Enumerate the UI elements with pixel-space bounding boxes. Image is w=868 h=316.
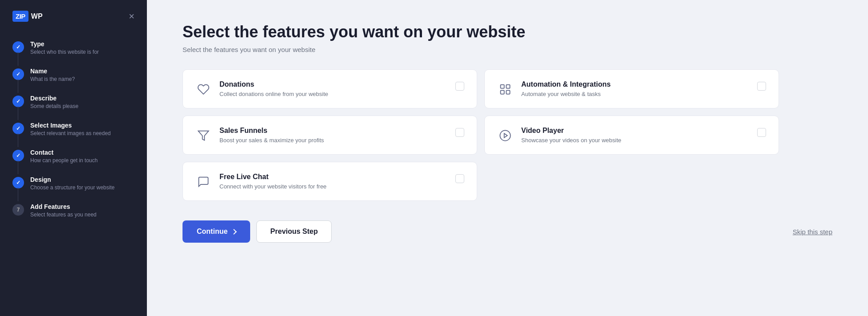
- logo-text: WP: [31, 12, 43, 20]
- step-indicator-type: ✓: [12, 41, 24, 53]
- feature-card-automation[interactable]: Automation & Integrations Automate your …: [484, 69, 779, 108]
- step-subtitle-contact: How can people get in touch: [30, 157, 97, 164]
- svg-marker-4: [198, 131, 208, 140]
- svg-rect-3: [506, 91, 510, 94]
- message-circle-icon: [195, 174, 211, 190]
- play-circle-icon: [497, 128, 513, 144]
- step-subtitle-select-images: Select relevant images as needed: [30, 130, 111, 136]
- feature-desc-donations: Collect donations online from your websi…: [219, 91, 447, 97]
- feature-text-automation: Automation & Integrations Automate your …: [521, 80, 749, 97]
- page-subtitle: Select the features you want on your web…: [183, 46, 832, 53]
- svg-rect-1: [506, 85, 510, 88]
- step-title-design: Design: [30, 176, 114, 183]
- filter-icon: [195, 128, 211, 144]
- feature-card-video-player[interactable]: Video Player Showcase your videos on you…: [484, 116, 779, 155]
- sidebar-item-contact[interactable]: ✓ Contact How can people get in touch: [12, 143, 134, 170]
- feature-text-donations: Donations Collect donations online from …: [219, 80, 447, 97]
- feature-text-free-live-chat: Free Live Chat Connect with your website…: [219, 173, 447, 190]
- logo-box: ZIP: [12, 11, 28, 22]
- main-content: Select the features you want on your web…: [147, 0, 868, 316]
- feature-checkbox-automation[interactable]: [757, 82, 766, 91]
- continue-label: Continue: [197, 228, 227, 236]
- sidebar-item-design[interactable]: ✓ Design Choose a structure for your web…: [12, 170, 134, 197]
- feature-desc-sales-funnels: Boost your sales & maximize your profits: [219, 137, 447, 144]
- feature-name-free-live-chat: Free Live Chat: [219, 173, 447, 181]
- step-subtitle-add-features: Select features as you need: [30, 212, 97, 218]
- sidebar-item-describe[interactable]: ✓ Describe Some details please: [12, 88, 134, 116]
- step-title-name: Name: [30, 68, 75, 75]
- sidebar-steps: ✓ Type Select who this website is for ✓ …: [0, 34, 147, 305]
- feature-checkbox-video-player[interactable]: [757, 128, 766, 137]
- logo: ZIP WP: [12, 11, 43, 22]
- feature-checkbox-free-live-chat[interactable]: [455, 174, 464, 183]
- step-indicator-design: ✓: [12, 177, 24, 188]
- feature-name-video-player: Video Player: [521, 127, 749, 135]
- feature-desc-video-player: Showcase your videos on your website: [521, 137, 749, 144]
- feature-text-sales-funnels: Sales Funnels Boost your sales & maximiz…: [219, 127, 447, 144]
- svg-rect-0: [501, 85, 504, 88]
- step-content-design: Design Choose a structure for your websi…: [30, 176, 114, 191]
- sidebar-header: ZIP WP ×: [0, 11, 147, 34]
- step-content-contact: Contact How can people get in touch: [30, 149, 97, 164]
- step-indicator-select-images: ✓: [12, 123, 24, 134]
- feature-name-sales-funnels: Sales Funnels: [219, 127, 447, 135]
- feature-checkbox-sales-funnels[interactable]: [455, 128, 464, 137]
- grid-icon: [497, 81, 513, 97]
- step-subtitle-name: What is the name?: [30, 76, 75, 82]
- continue-button[interactable]: Continue: [183, 220, 250, 243]
- step-indicator-contact: ✓: [12, 150, 24, 161]
- sidebar-item-select-images[interactable]: ✓ Select Images Select relevant images a…: [12, 116, 134, 143]
- step-title-contact: Contact: [30, 149, 97, 156]
- heart-icon: [195, 81, 211, 97]
- page-title: Select the features you want on your web…: [183, 22, 832, 41]
- feature-checkbox-donations[interactable]: [455, 82, 464, 91]
- svg-rect-2: [501, 91, 504, 94]
- feature-text-video-player: Video Player Showcase your videos on you…: [521, 127, 749, 144]
- step-indicator-add-features: 7: [12, 204, 24, 216]
- feature-card-donations[interactable]: Donations Collect donations online from …: [183, 69, 477, 108]
- actions-bar: Continue Previous Step Skip this step: [183, 220, 832, 243]
- feature-name-automation: Automation & Integrations: [521, 80, 749, 88]
- sidebar-item-add-features[interactable]: 7 Add Features Select features as you ne…: [12, 197, 134, 224]
- step-content-add-features: Add Features Select features as you need: [30, 203, 97, 218]
- svg-marker-6: [504, 134, 507, 138]
- step-title-describe: Describe: [30, 95, 78, 102]
- feature-card-sales-funnels[interactable]: Sales Funnels Boost your sales & maximiz…: [183, 116, 477, 155]
- previous-step-button[interactable]: Previous Step: [256, 220, 332, 243]
- step-content-type: Type Select who this website is for: [30, 40, 99, 55]
- step-indicator-describe: ✓: [12, 96, 24, 107]
- step-title-type: Type: [30, 40, 99, 48]
- step-content-describe: Describe Some details please: [30, 95, 78, 109]
- feature-name-donations: Donations: [219, 80, 447, 88]
- step-title-select-images: Select Images: [30, 122, 111, 129]
- step-subtitle-type: Select who this website is for: [30, 49, 99, 55]
- step-subtitle-design: Choose a structure for your website: [30, 184, 114, 191]
- sidebar-item-name[interactable]: ✓ Name What is the name?: [12, 61, 134, 88]
- feature-desc-automation: Automate your website & tasks: [521, 91, 749, 97]
- step-title-add-features: Add Features: [30, 203, 97, 210]
- step-indicator-name: ✓: [12, 68, 24, 80]
- step-content-select-images: Select Images Select relevant images as …: [30, 122, 111, 136]
- svg-point-5: [500, 131, 510, 141]
- close-button[interactable]: ×: [129, 12, 134, 21]
- feature-card-free-live-chat[interactable]: Free Live Chat Connect with your website…: [183, 162, 477, 201]
- chevron-right-icon: [231, 229, 237, 235]
- sidebar-item-type[interactable]: ✓ Type Select who this website is for: [12, 34, 134, 61]
- features-grid: Donations Collect donations online from …: [183, 69, 779, 201]
- step-subtitle-describe: Some details please: [30, 103, 78, 109]
- step-content-name: Name What is the name?: [30, 68, 75, 82]
- feature-desc-free-live-chat: Connect with your website visitors for f…: [219, 183, 447, 190]
- sidebar: ZIP WP × ✓ Type Select who this website …: [0, 0, 147, 316]
- skip-step-button[interactable]: Skip this step: [793, 228, 832, 236]
